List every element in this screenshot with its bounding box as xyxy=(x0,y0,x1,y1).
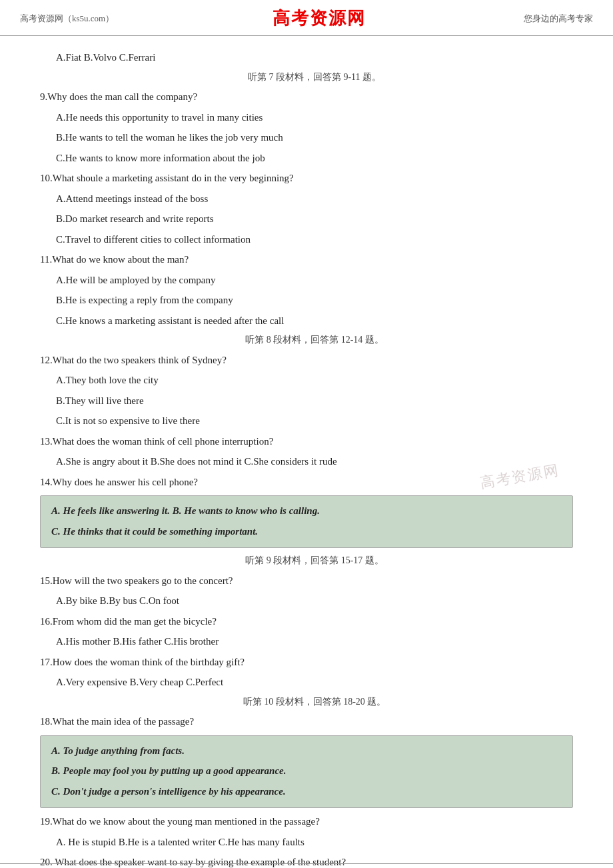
q10a: A.Attend meetings instead of the boss xyxy=(40,189,573,209)
q18-text: 18.What the main idea of the passage? xyxy=(40,712,573,731)
highlight1-line2: C. He thinks that it could be something … xyxy=(51,522,562,541)
highlight2-line2: B. People may fool you by putting up a g… xyxy=(51,761,562,781)
q13abc: A.She is angry about it B.She does not m… xyxy=(40,452,573,471)
q9b: B.He wants to tell the woman he likes th… xyxy=(40,128,573,147)
q11-text: 11.What do we know about the man? xyxy=(40,250,573,269)
highlight2-line3: C. Don't judge a person's intelligence b… xyxy=(51,782,562,801)
q13-text: 13.What does the woman think of cell pho… xyxy=(40,432,573,451)
section7-title: 听第 7 段材料，回答第 9-11 题。 xyxy=(40,69,573,87)
q16-text: 16.From whom did the man get the bicycle… xyxy=(40,612,573,631)
q12b: B.They will live there xyxy=(40,391,573,411)
header-center: 高考资源网 xyxy=(273,7,366,30)
section9-title: 听第 9 段材料，回答第 15-17 题。 xyxy=(40,552,573,570)
q9a: A.He needs this opportunity to travel in… xyxy=(40,108,573,127)
highlight1-line1: A. He feels like answering it. B. He wan… xyxy=(51,501,562,521)
q17abc: A.Very expensive B.Very cheap C.Perfect xyxy=(40,673,573,692)
q11b: B.He is expecting a reply from the compa… xyxy=(40,291,573,310)
q19-text: 19.What do we know about the young man m… xyxy=(40,812,573,831)
q14-text: 14.Why does he answer his cell phone? xyxy=(40,473,573,492)
q17-text: 17.How does the woman think of the birth… xyxy=(40,653,573,672)
q11c: C.He knows a marketing assistant is need… xyxy=(40,311,573,331)
main-content: A.Fiat B.Volvo C.Ferrari 听第 7 段材料，回答第 9-… xyxy=(0,36,613,868)
highlight-box-2: A. To judge anything from facts. B. Peop… xyxy=(40,735,573,809)
section8-title: 听第 8 段材料，回答第 12-14 题。 xyxy=(40,331,573,349)
q19abc: A. He is stupid B.He is a talented write… xyxy=(40,833,573,852)
q9c: C.He wants to know more information abou… xyxy=(40,149,573,168)
q15abc: A.By bike B.By bus C.On foot xyxy=(40,591,573,611)
highlight2-line1: A. To judge anything from facts. xyxy=(51,741,562,761)
header-right: 您身边的高考专家 xyxy=(524,13,593,25)
q16abc: A.His mother B.His father C.His brother xyxy=(40,632,573,651)
section10-title: 听第 10 段材料，回答第 18-20 题。 xyxy=(40,693,573,711)
header-left: 高考资源网（ks5u.com） xyxy=(20,13,114,25)
q12-text: 12.What do the two speakers think of Syd… xyxy=(40,351,573,370)
q12a: A.They both love the city xyxy=(40,371,573,390)
intro-options: A.Fiat B.Volvo C.Ferrari xyxy=(40,48,573,67)
q10-text: 10.What shoule a marketing assistant do … xyxy=(40,169,573,188)
highlight-box-1: A. He feels like answering it. B. He wan… xyxy=(40,495,573,548)
q10b: B.Do market research and write reports xyxy=(40,209,573,229)
q9-text: 9.Why does the man call the company? xyxy=(40,87,573,107)
page-header: 高考资源网（ks5u.com） 高考资源网 您身边的高考专家 xyxy=(0,0,613,36)
page-footer: 高考资源网版权所有，侵权必究！ xyxy=(0,863,613,868)
q12c: C.It is not so expensive to live there xyxy=(40,411,573,431)
q15-text: 15.How will the two speakers go to the c… xyxy=(40,571,573,591)
q10c: C.Travel to different cities to collect … xyxy=(40,230,573,249)
q11a: A.He will be amployed by the company xyxy=(40,271,573,290)
